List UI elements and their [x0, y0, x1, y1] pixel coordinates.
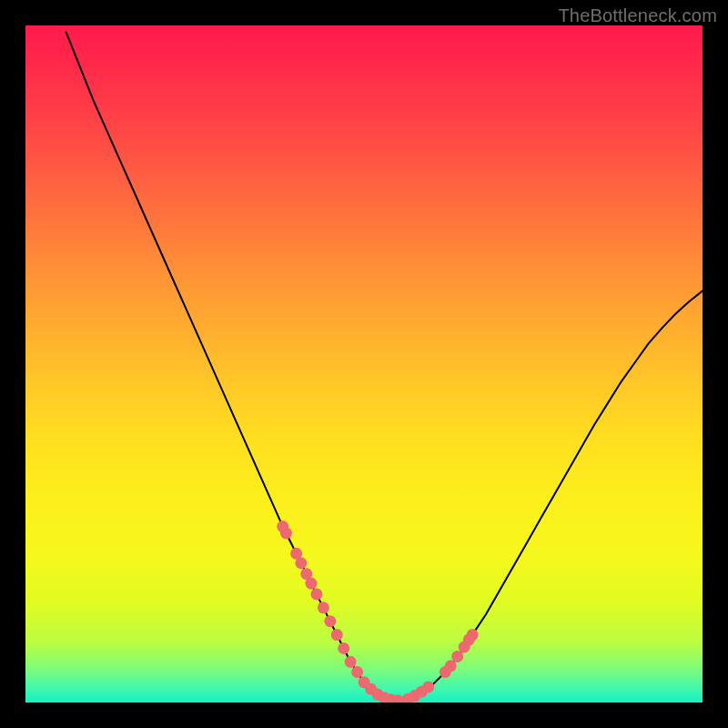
curve-layer	[66, 32, 703, 700]
highlight-dot	[422, 681, 434, 693]
highlight-dot	[318, 602, 329, 613]
highlight-dot	[345, 656, 357, 668]
watermark-text: TheBottleneck.com	[558, 5, 717, 26]
highlight-dot	[445, 660, 457, 672]
chart-svg	[25, 25, 703, 703]
highlight-dot	[310, 588, 322, 600]
highlight-dot	[351, 666, 363, 678]
highlight-dot	[295, 557, 307, 569]
highlight-dot	[305, 578, 317, 590]
dots-layer	[277, 521, 478, 703]
highlight-dot	[451, 651, 463, 662]
highlight-dot	[467, 629, 479, 641]
curve-path	[66, 32, 703, 700]
plot-area	[25, 25, 703, 703]
highlight-dot	[280, 528, 292, 540]
highlight-dot	[331, 629, 343, 641]
highlight-dot	[338, 642, 349, 654]
highlight-dot	[324, 615, 336, 627]
chart-frame: TheBottleneck.com	[0, 0, 728, 728]
